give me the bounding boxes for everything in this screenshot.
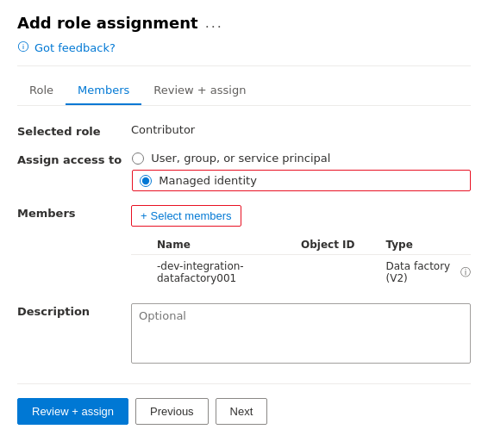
feedback-link[interactable]: Got feedback?: [34, 41, 116, 54]
radio-option-managed[interactable]: Managed identity: [140, 174, 257, 187]
radio-user-label: User, group, or service principal: [151, 152, 330, 165]
select-members-label: Select members: [151, 209, 232, 222]
row-name: -dev-integration-datafactory001: [131, 260, 301, 284]
radio-managed-label: Managed identity: [159, 174, 257, 187]
review-assign-button[interactable]: Review + assign: [17, 398, 128, 425]
description-content: [131, 303, 471, 366]
members-row: Members + Select members Name Object ID …: [17, 205, 471, 289]
footer-buttons: Review + assign Previous Next: [17, 398, 471, 425]
managed-identity-box: Managed identity: [132, 170, 471, 191]
page-title: Add role assignment: [17, 14, 198, 32]
tabs-container: Role Members Review + assign: [17, 77, 471, 106]
members-content: + Select members Name Object ID Type -de…: [131, 205, 471, 289]
select-members-button[interactable]: + Select members: [131, 205, 241, 227]
description-row: Description: [17, 303, 471, 366]
form-section: Selected role Contributor Assign access …: [17, 123, 471, 366]
assign-access-label: Assign access to: [17, 152, 122, 166]
tab-members[interactable]: Members: [66, 77, 141, 105]
members-label: Members: [17, 205, 121, 220]
radio-option-user[interactable]: User, group, or service principal: [132, 152, 471, 165]
col-header-type: Type: [386, 239, 472, 251]
feedback-icon: [17, 40, 29, 55]
radio-user-input[interactable]: [132, 152, 144, 165]
row-type: Data factory (V2): [386, 260, 458, 284]
radio-managed-input[interactable]: [140, 175, 152, 187]
page-header: Add role assignment ...: [17, 14, 471, 32]
next-button[interactable]: Next: [216, 398, 268, 425]
radio-group: User, group, or service principal Manage…: [132, 152, 471, 191]
feedback-row: Got feedback?: [17, 40, 471, 66]
previous-button[interactable]: Previous: [135, 398, 209, 425]
selected-role-label: Selected role: [17, 123, 121, 138]
footer-divider: [17, 383, 471, 384]
description-label: Description: [17, 303, 121, 318]
header-ellipsis[interactable]: ...: [205, 15, 223, 31]
selected-role-row: Selected role Contributor: [17, 123, 471, 138]
page-container: Add role assignment ... Got feedback? Ro…: [0, 0, 488, 439]
info-icon[interactable]: ⓘ: [460, 265, 471, 280]
assign-access-row: Assign access to User, group, or service…: [17, 152, 471, 191]
members-table-header: Name Object ID Type: [131, 235, 471, 255]
description-textarea[interactable]: [131, 303, 471, 364]
row-type-cell: Data factory (V2) ⓘ: [386, 260, 472, 284]
col-header-object-id: Object ID: [301, 239, 386, 251]
plus-icon: +: [141, 209, 147, 222]
tab-review-assign[interactable]: Review + assign: [141, 77, 258, 105]
selected-role-value: Contributor: [131, 123, 471, 136]
tab-role[interactable]: Role: [17, 77, 66, 105]
table-row: -dev-integration-datafactory001 Data fac…: [131, 255, 471, 289]
col-header-name: Name: [131, 239, 301, 251]
members-table: Name Object ID Type -dev-integration-dat…: [131, 235, 471, 289]
